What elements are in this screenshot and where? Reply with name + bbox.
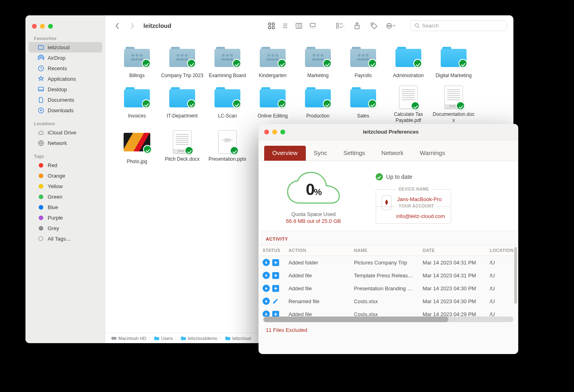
file-item[interactable]: Marketing <box>295 45 341 79</box>
sidebar-item-label: Desktop <box>48 86 67 92</box>
forward-button[interactable] <box>126 21 138 31</box>
file-item[interactable]: Kindergarten <box>250 45 295 79</box>
path-segment[interactable]: Macintosh HD <box>111 335 146 341</box>
activity-row[interactable]: Added file Costs.xlsx Mar 14 2023 04:29 … <box>259 308 518 317</box>
activity-row[interactable]: Added file Presentation Branding 20… Mar… <box>259 282 518 295</box>
file-item[interactable]: Invoices <box>114 86 160 124</box>
sidebar-item-label: Purple <box>48 215 63 221</box>
file-item[interactable]: Digital Marketing <box>431 45 476 79</box>
cloud-icon <box>37 129 44 136</box>
globe-icon <box>37 139 44 147</box>
tag-button[interactable] <box>367 21 381 31</box>
sync-badge-icon <box>368 59 377 68</box>
col-date[interactable]: DATE <box>418 245 486 256</box>
sidebar-section-locations: Locations <box>25 119 105 127</box>
overview-panel: 0% Quota Space Used 66.8 MB out of 25.0 … <box>259 161 518 231</box>
sync-badge-icon <box>187 59 196 68</box>
activity-row[interactable]: Renamed file Costs.xlsx Mar 14 2023 04:3… <box>259 295 518 308</box>
scrollbar-vertical[interactable] <box>514 247 517 304</box>
cell-date: Mar 14 2023 04:31 PM <box>418 269 486 282</box>
svg-rect-8 <box>269 26 271 28</box>
group-button[interactable] <box>333 21 347 31</box>
activity-table: STATUS ACTION NAME DATE LOCATION Added f… <box>259 245 518 317</box>
file-item[interactable]: Sales <box>341 86 386 124</box>
activity-table-wrap[interactable]: STATUS ACTION NAME DATE LOCATION Added f… <box>259 245 518 317</box>
close-button[interactable] <box>32 24 37 29</box>
finder-toolbar: leitzcloud Search <box>105 15 513 36</box>
col-location[interactable]: LOCATION <box>486 245 518 256</box>
sidebar-item-recents[interactable]: Recents <box>29 63 102 73</box>
account-email: info@leitz-cloud.com <box>396 213 445 219</box>
path-segment[interactable]: Users <box>154 335 173 341</box>
svg-point-35 <box>321 54 324 57</box>
search-input[interactable]: Search <box>410 20 507 31</box>
action-button[interactable] <box>384 21 398 31</box>
path-segment[interactable]: leitzclouddemo <box>181 335 217 341</box>
sidebar-all-tags[interactable]: All Tags… <box>29 233 102 244</box>
sidebar-tag-red[interactable]: Red <box>29 160 102 170</box>
path-segment[interactable]: leitzcloud <box>225 335 251 341</box>
file-item[interactable]: Administration <box>386 45 431 79</box>
col-status[interactable]: STATUS <box>259 245 284 256</box>
cell-action: Added file <box>284 308 350 317</box>
sidebar-item-desktop[interactable]: Desktop <box>29 84 102 94</box>
activity-row[interactable]: Added folder Pictures Company Trip Mar 1… <box>259 256 518 269</box>
search-placeholder: Search <box>422 23 439 29</box>
back-button[interactable] <box>112 21 123 31</box>
file-item[interactable]: LC-Scan <box>205 86 250 124</box>
file-label: Company Trip 2023 <box>160 73 205 79</box>
sidebar-item-label: AirDrop <box>48 55 65 61</box>
column-view-button[interactable] <box>292 21 306 31</box>
sidebar-item-downloads[interactable]: Downloads <box>29 105 102 115</box>
list-view-button[interactable] <box>278 21 292 31</box>
icon-view-button[interactable] <box>265 21 278 31</box>
file-item[interactable]: Production <box>295 86 341 124</box>
svg-point-27 <box>222 54 225 57</box>
file-label: Kindergarten <box>250 73 295 79</box>
account-info: Up to date DEVICE NAME Jans-MacBook-Pro … <box>376 171 451 224</box>
sidebar-item-documents[interactable]: Documents <box>29 94 102 105</box>
scrollbar-horizontal[interactable] <box>263 317 513 322</box>
file-label: Documentation.docx <box>431 111 476 124</box>
cell-location: /U <box>486 256 518 269</box>
tab-settings[interactable]: Settings <box>335 146 373 161</box>
sidebar-tag-blue[interactable]: Blue <box>29 202 102 212</box>
col-action[interactable]: ACTION <box>284 245 350 256</box>
file-item[interactable]: Online Editing <box>250 86 295 124</box>
sidebar-item-icloud-drive[interactable]: iCloud Drive <box>29 127 102 138</box>
tab-sync[interactable]: Sync <box>306 146 335 161</box>
sidebar-item-label: Applications <box>48 76 76 82</box>
minimize-button[interactable] <box>40 24 45 29</box>
all-tags-icon <box>37 235 44 242</box>
file-item[interactable]: Calculate Tax Payable.pdf <box>386 86 431 124</box>
sidebar-item-leitzcloud[interactable]: leitzcloud <box>29 42 102 52</box>
tab-network[interactable]: Network <box>373 146 412 161</box>
sync-status: Up to date <box>376 173 451 180</box>
file-item[interactable]: DOCXDocumentation.docx <box>431 86 476 124</box>
sidebar-tag-orange[interactable]: Orange <box>29 170 102 181</box>
sidebar-item-applications[interactable]: Applications <box>29 73 102 84</box>
sidebar-tag-green[interactable]: Green <box>29 191 102 202</box>
file-label: Digital Marketing <box>431 73 476 79</box>
sidebar-item-network[interactable]: Network <box>29 138 102 148</box>
zoom-button[interactable] <box>48 24 53 29</box>
share-button[interactable] <box>350 21 364 31</box>
sidebar-tag-grey[interactable]: Grey <box>29 223 102 233</box>
file-item[interactable]: Company Trip 2023 <box>160 45 205 79</box>
file-item[interactable]: DOCXPitch Deck.docx <box>160 130 205 165</box>
tab-warnings[interactable]: Warnings <box>412 146 453 161</box>
file-item[interactable]: Lorem ipsumPresentation.pptx <box>205 130 250 165</box>
file-item[interactable]: Billings <box>114 45 160 79</box>
sidebar-tag-purple[interactable]: Purple <box>29 212 102 223</box>
file-item[interactable]: Examining Board <box>205 45 250 79</box>
activity-row[interactable]: Added file Template Press Release.d… Mar… <box>259 269 518 282</box>
file-item[interactable]: IT-Department <box>160 86 205 124</box>
tab-overview[interactable]: Overview <box>264 146 306 161</box>
sidebar-item-airdrop[interactable]: AirDrop <box>29 52 102 63</box>
file-item[interactable]: Photo.jpg <box>114 130 160 165</box>
sidebar-tag-yellow[interactable]: Yellow <box>29 181 102 191</box>
file-item[interactable]: Payrolls <box>341 45 386 79</box>
action-type-icon <box>272 285 279 292</box>
col-name[interactable]: NAME <box>350 245 418 256</box>
gallery-view-button[interactable] <box>306 21 320 31</box>
